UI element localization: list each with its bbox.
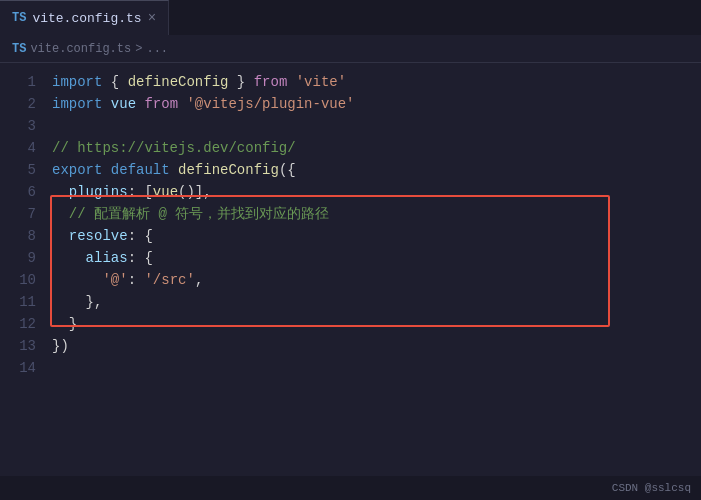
token-kw: import — [52, 93, 102, 115]
token-white — [102, 93, 110, 115]
token-var: vue — [111, 93, 136, 115]
token-white — [102, 159, 110, 181]
breadcrumb-separator: > — [135, 42, 142, 56]
status-text: CSDN @sslcsq — [612, 482, 691, 494]
breadcrumb-filename: vite.config.ts — [30, 42, 131, 56]
code-line: plugins: [vue()], — [52, 181, 701, 203]
code-line: import vue from '@vitejs/plugin-vue' — [52, 93, 701, 115]
line-number: 2 — [0, 93, 36, 115]
token-white: }) — [52, 335, 69, 357]
token-func: defineConfig — [128, 71, 229, 93]
code-line — [52, 357, 701, 379]
token-white: }, — [86, 291, 103, 313]
token-kw: export — [52, 159, 102, 181]
token-white — [136, 93, 144, 115]
breadcrumb-rest: ... — [146, 42, 168, 56]
token-white: { — [102, 71, 127, 93]
token-var: alias — [86, 247, 128, 269]
token-comment: // https://vitejs.dev/config/ — [52, 137, 296, 159]
ts-badge: TS — [12, 11, 26, 25]
line-number: 6 — [0, 181, 36, 203]
token-white — [52, 313, 69, 335]
line-number: 8 — [0, 225, 36, 247]
token-white: ()], — [178, 181, 212, 203]
code-line: // https://vitejs.dev/config/ — [52, 137, 701, 159]
token-white: : { — [128, 225, 153, 247]
line-number: 13 — [0, 335, 36, 357]
token-kw: import — [52, 71, 102, 93]
token-func: defineConfig — [178, 159, 279, 181]
line-number: 7 — [0, 203, 36, 225]
code-line: export default defineConfig({ — [52, 159, 701, 181]
tab-vite-config[interactable]: TS vite.config.ts × — [0, 0, 169, 35]
token-white — [52, 269, 102, 291]
token-kw2: from — [254, 71, 288, 93]
token-comment: // 配置解析 @ 符号，并找到对应的路径 — [69, 203, 329, 225]
token-white — [287, 71, 295, 93]
token-punct: ({ — [279, 159, 296, 181]
line-number: 4 — [0, 137, 36, 159]
line-number: 9 — [0, 247, 36, 269]
editor-area: 1234567891011121314 import { defineConfi… — [0, 63, 701, 476]
token-white: : — [128, 269, 145, 291]
line-number: 5 — [0, 159, 36, 181]
tab-filename: vite.config.ts — [32, 11, 141, 26]
token-white: } — [228, 71, 253, 93]
token-var: plugins — [69, 181, 128, 203]
token-str: '@vitejs/plugin-vue' — [186, 93, 354, 115]
line-number: 11 — [0, 291, 36, 313]
token-white — [52, 203, 69, 225]
token-var: resolve — [69, 225, 128, 247]
token-kw: default — [111, 159, 170, 181]
token-val-str: '/src' — [144, 269, 194, 291]
code-line: // 配置解析 @ 符号，并找到对应的路径 — [52, 203, 701, 225]
token-white — [170, 159, 178, 181]
line-number: 10 — [0, 269, 36, 291]
code-line — [52, 115, 701, 137]
token-white — [52, 247, 86, 269]
token-kw2: from — [144, 93, 178, 115]
token-func: vue — [153, 181, 178, 203]
code-line: }) — [52, 335, 701, 357]
tab-bar: TS vite.config.ts × — [0, 0, 701, 35]
line-number: 14 — [0, 357, 36, 379]
code-line: '@': '/src', — [52, 269, 701, 291]
token-white — [52, 225, 69, 247]
close-icon[interactable]: × — [148, 10, 156, 26]
status-bar: CSDN @sslcsq — [0, 476, 701, 500]
code-line: }, — [52, 291, 701, 313]
breadcrumb: TS vite.config.ts > ... — [0, 35, 701, 63]
token-white: , — [195, 269, 203, 291]
breadcrumb-ts-badge: TS — [12, 42, 26, 56]
token-key-str: '@' — [102, 269, 127, 291]
line-number: 12 — [0, 313, 36, 335]
code-line: import { defineConfig } from 'vite' — [52, 71, 701, 93]
line-number: 1 — [0, 71, 36, 93]
token-str: 'vite' — [296, 71, 346, 93]
code-line: } — [52, 313, 701, 335]
token-white: : [ — [128, 181, 153, 203]
line-number: 3 — [0, 115, 36, 137]
token-white — [52, 291, 86, 313]
token-white — [178, 93, 186, 115]
code-line: resolve: { — [52, 225, 701, 247]
line-numbers: 1234567891011121314 — [0, 63, 48, 476]
code-line: alias: { — [52, 247, 701, 269]
token-white: : { — [128, 247, 153, 269]
token-white: } — [69, 313, 77, 335]
code-content: import { defineConfig } from 'vite'impor… — [48, 63, 701, 476]
token-white — [52, 181, 69, 203]
